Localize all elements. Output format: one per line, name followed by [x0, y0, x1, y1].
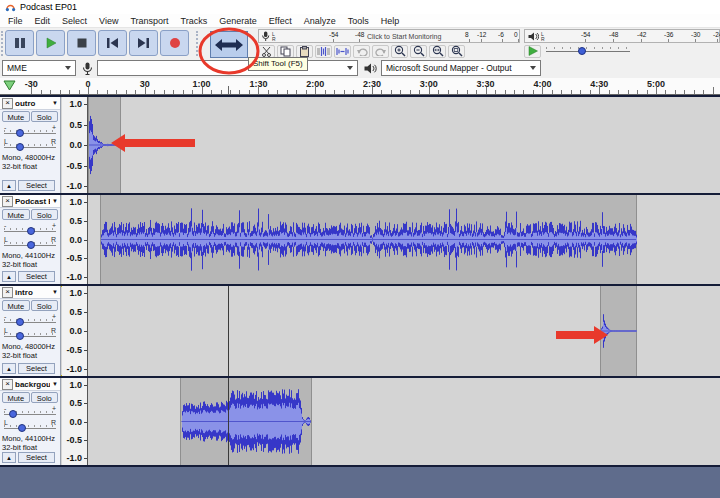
copy-button[interactable] — [277, 45, 294, 58]
gain-slider-thumb[interactable] — [16, 318, 24, 326]
menu-file[interactable]: File — [2, 16, 29, 26]
pan-slider-thumb[interactable] — [16, 143, 24, 151]
solo-button[interactable]: Solo — [31, 300, 59, 311]
solo-button[interactable]: Solo — [31, 209, 59, 220]
gain-slider[interactable]: -+ — [4, 124, 56, 137]
ruler-tick — [221, 90, 222, 94]
menu-edit[interactable]: Edit — [29, 16, 57, 26]
undo-button[interactable] — [353, 45, 370, 58]
ruler-tick — [400, 90, 401, 94]
gain-slider-thumb[interactable] — [27, 227, 35, 235]
select-button[interactable]: Select — [18, 363, 55, 374]
menu-tracks[interactable]: Tracks — [175, 16, 214, 26]
menu-view[interactable]: View — [93, 16, 124, 26]
playback-device-dropdown[interactable]: Microsoft Sound Mapper - Output — [381, 60, 541, 76]
timeline-ruler[interactable]: -300301:001:302:002:303:003:304:004:305:… — [0, 78, 720, 95]
paste-button[interactable] — [296, 45, 313, 58]
track-close-button[interactable]: × — [2, 379, 13, 390]
collapse-button[interactable]: ▲ — [2, 452, 16, 463]
waveform-area-intro[interactable] — [88, 286, 720, 376]
playback-speed-thumb[interactable] — [578, 47, 586, 55]
pan-slider[interactable]: LR — [4, 419, 56, 432]
amplitude-ruler[interactable]: 1.00.50.0-0.5-1.0 — [62, 195, 88, 284]
mute-button[interactable]: Mute — [2, 392, 30, 403]
pan-slider-thumb[interactable] — [18, 424, 26, 432]
pan-slider[interactable]: LR — [4, 327, 56, 340]
menu-analyze[interactable]: Analyze — [298, 16, 342, 26]
play-at-speed-button[interactable] — [524, 45, 541, 58]
pan-slider[interactable]: LR — [4, 138, 56, 151]
trim-outside-selection-button[interactable] — [315, 45, 332, 58]
time-shift-tool-button[interactable] — [210, 31, 248, 58]
track-menu-dropdown-icon[interactable]: ▼ — [52, 198, 58, 204]
collapse-button[interactable]: ▲ — [2, 363, 16, 374]
mute-button[interactable]: Mute — [2, 111, 30, 122]
audio-host-dropdown[interactable]: MME — [2, 60, 76, 76]
amplitude-ruler[interactable]: 1.00.50.0-0.5-1.0 — [62, 378, 88, 465]
pause-button[interactable] — [5, 30, 34, 56]
amplitude-label: 0.5 — [69, 307, 82, 317]
track-close-button[interactable]: × — [2, 196, 13, 207]
waveform-area-Podcast EP[interactable] — [88, 195, 720, 284]
ruler-tick — [665, 90, 666, 94]
waveform-area-backrgoud[interactable] — [88, 378, 720, 465]
silence-selection-button[interactable] — [334, 45, 351, 58]
skip-to-start-button[interactable] — [98, 30, 127, 56]
waveform-area-outro[interactable] — [88, 97, 720, 193]
solo-button[interactable]: Solo — [31, 111, 59, 122]
menu-select[interactable]: Select — [56, 16, 93, 26]
meter-tick — [502, 39, 503, 42]
playback-speed-slider[interactable] — [546, 46, 630, 56]
track-close-button[interactable]: × — [2, 98, 13, 109]
amplitude-label: -0.5 — [66, 161, 82, 171]
below-tracks-area[interactable] — [0, 467, 720, 498]
recording-meter[interactable]: LR Click to Start Monitoring -54-488-12-… — [258, 29, 520, 43]
menu-bar: FileEditSelectViewTransportTracksGenerat… — [0, 14, 720, 28]
play-button[interactable] — [36, 30, 65, 56]
track-menu-dropdown-icon[interactable]: ▼ — [52, 289, 58, 295]
mute-button[interactable]: Mute — [2, 300, 30, 311]
ruler-tick — [552, 90, 553, 94]
toolbar-gripper[interactable] — [196, 31, 200, 56]
pin-playhead-icon[interactable] — [2, 80, 17, 92]
record-icon — [169, 37, 181, 49]
redo-button[interactable] — [372, 45, 389, 58]
menu-transport[interactable]: Transport — [124, 16, 174, 26]
collapse-button[interactable]: ▲ — [2, 180, 16, 191]
track-close-button[interactable]: × — [2, 287, 13, 298]
menu-help[interactable]: Help — [375, 16, 406, 26]
gain-slider-thumb[interactable] — [16, 129, 24, 137]
track-menu-dropdown-icon[interactable]: ▼ — [52, 100, 58, 106]
solo-button[interactable]: Solo — [31, 392, 59, 403]
zoom-in-button[interactable] — [391, 45, 408, 58]
ruler-label: 1:00 — [193, 79, 211, 89]
recording-device-dropdown[interactable] — [97, 60, 358, 76]
select-button[interactable]: Select — [18, 180, 55, 191]
menu-tools[interactable]: Tools — [342, 16, 375, 26]
pan-slider-thumb[interactable] — [27, 241, 35, 249]
menu-effect[interactable]: Effect — [263, 16, 298, 26]
pan-slider-thumb[interactable] — [16, 332, 24, 340]
select-button[interactable]: Select — [18, 452, 55, 463]
playhead-marker[interactable] — [228, 86, 229, 95]
pan-slider[interactable]: LR — [4, 236, 56, 249]
skip-to-end-button[interactable] — [129, 30, 158, 56]
gain-slider[interactable]: -+ — [4, 222, 56, 235]
cut-button[interactable] — [258, 45, 275, 58]
mute-button[interactable]: Mute — [2, 209, 30, 220]
zoom-fit-button[interactable] — [448, 45, 465, 58]
record-button[interactable] — [160, 30, 189, 56]
zoom-selection-button[interactable] — [429, 45, 446, 58]
select-button[interactable]: Select — [18, 271, 55, 282]
menu-generate[interactable]: Generate — [213, 16, 263, 26]
playback-meter[interactable]: LR -54-48-42-36-30-24 — [524, 29, 720, 43]
amplitude-ruler[interactable]: 1.00.50.0-0.5-1.0 — [62, 97, 88, 193]
collapse-button[interactable]: ▲ — [2, 271, 16, 282]
gain-slider[interactable]: -+ — [4, 313, 56, 326]
gain-slider[interactable]: -+ — [4, 405, 56, 418]
amplitude-ruler[interactable]: 1.00.50.0-0.5-1.0 — [62, 286, 88, 376]
track-menu-dropdown-icon[interactable]: ▼ — [52, 381, 58, 387]
zoom-out-button[interactable] — [410, 45, 427, 58]
gain-slider-thumb[interactable] — [9, 410, 17, 418]
stop-button[interactable] — [67, 30, 96, 56]
